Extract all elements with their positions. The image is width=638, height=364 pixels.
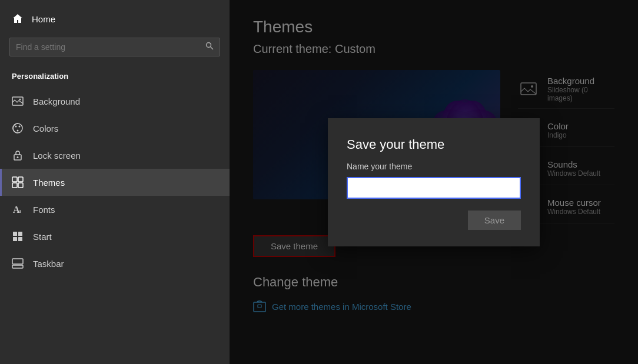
- sidebar-item-background-label: Background: [33, 96, 80, 106]
- svg-point-7: [17, 130, 19, 132]
- svg-text:a: a: [18, 207, 21, 214]
- sidebar-item-themes-label: Themes: [33, 178, 65, 188]
- svg-rect-13: [18, 183, 23, 188]
- themes-icon: [12, 176, 24, 188]
- svg-rect-19: [18, 237, 22, 241]
- colors-icon: [12, 122, 24, 134]
- modal-actions: Save: [347, 211, 521, 230]
- svg-point-0: [207, 43, 211, 48]
- svg-point-9: [17, 156, 19, 158]
- modal-overlay: Save your theme Name your theme Save: [230, 0, 638, 364]
- sidebar-item-fonts-label: Fonts: [33, 205, 55, 215]
- main-content: Themes Current theme: Custom: [230, 0, 638, 364]
- sidebar-item-colors-label: Colors: [33, 123, 58, 133]
- sidebar-item-start[interactable]: Start: [0, 223, 230, 250]
- modal-title: Save your theme: [347, 137, 521, 152]
- modal-theme-name-input[interactable]: [347, 177, 521, 199]
- search-input[interactable]: [16, 42, 201, 52]
- search-box[interactable]: [9, 38, 220, 56]
- search-container: [0, 32, 230, 62]
- svg-point-3: [19, 99, 21, 101]
- svg-rect-16: [13, 232, 17, 236]
- home-icon: [12, 13, 24, 25]
- sidebar-item-lock-label: Lock screen: [33, 151, 81, 161]
- svg-point-6: [19, 126, 21, 128]
- sidebar-home-label: Home: [32, 14, 55, 24]
- sidebar-item-start-label: Start: [33, 232, 52, 242]
- start-icon: [12, 231, 24, 242]
- sidebar-item-themes[interactable]: Themes: [0, 169, 230, 196]
- modal-dialog: Save your theme Name your theme Save: [328, 118, 540, 246]
- svg-rect-20: [12, 265, 23, 268]
- svg-rect-12: [12, 183, 17, 188]
- section-label: Personalization: [0, 67, 230, 88]
- search-icon: [205, 42, 214, 52]
- svg-rect-17: [18, 232, 22, 236]
- sidebar: Home Personalization Background: [0, 0, 230, 364]
- sidebar-item-lock-screen[interactable]: Lock screen: [0, 142, 230, 169]
- modal-save-button[interactable]: Save: [468, 211, 521, 230]
- svg-rect-21: [12, 259, 23, 264]
- svg-rect-10: [12, 177, 17, 182]
- fonts-icon: A a: [12, 203, 24, 215]
- sidebar-item-taskbar-label: Taskbar: [33, 259, 64, 269]
- svg-point-5: [15, 126, 17, 128]
- sidebar-item-background[interactable]: Background: [0, 88, 230, 115]
- lock-icon: [12, 149, 24, 161]
- sidebar-item-colors[interactable]: Colors: [0, 115, 230, 142]
- svg-rect-18: [13, 237, 17, 241]
- sidebar-item-fonts[interactable]: A a Fonts: [0, 196, 230, 223]
- modal-name-label: Name your theme: [347, 162, 521, 171]
- svg-rect-11: [18, 177, 23, 182]
- svg-line-1: [211, 47, 214, 50]
- taskbar-icon: [12, 258, 24, 269]
- background-icon: [12, 95, 24, 107]
- sidebar-item-home[interactable]: Home: [0, 6, 230, 32]
- sidebar-item-taskbar[interactable]: Taskbar: [0, 250, 230, 277]
